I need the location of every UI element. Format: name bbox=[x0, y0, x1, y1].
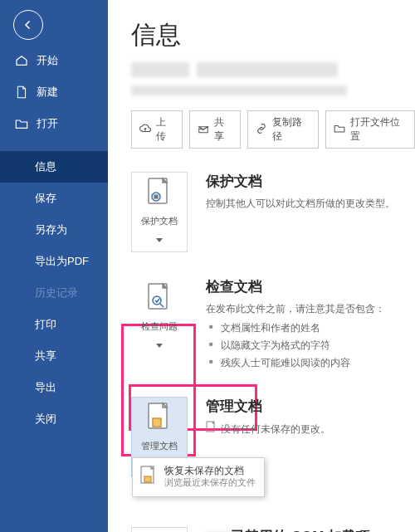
sidebar-item-label: 历史记录 bbox=[35, 286, 78, 300]
upload-button[interactable]: 上传 bbox=[131, 110, 183, 149]
manage-heading: 管理文档 bbox=[206, 397, 330, 416]
sidebar-item-share[interactable]: 共享 bbox=[0, 340, 108, 372]
com-addins-section: 管理 COM 加载项 已禁用的 COM 加载项 管理影响你的 Word 体验的 … bbox=[131, 527, 415, 532]
manage-com-addins-tile[interactable]: 管理 COM 加载项 bbox=[131, 527, 188, 532]
protect-heading: 保护文档 bbox=[206, 172, 395, 191]
sidebar-item-home[interactable]: 开始 bbox=[0, 45, 108, 76]
inspect-issues-tile[interactable]: 检查问题 bbox=[131, 277, 188, 372]
manage-section: 管理文档 恢复未保存的文档 浏览最近未保存的文件 管理文档 没有任何未保存的更改… bbox=[131, 397, 415, 477]
open-location-button[interactable]: 打开文件位置 bbox=[325, 110, 415, 149]
backstage-main: 信息 上传 共享 复制路径 打开文件位置 保护文档 bbox=[108, 0, 415, 532]
tile-label: 管理文档 bbox=[141, 441, 178, 451]
folder-open-icon bbox=[334, 124, 345, 136]
inspect-icon bbox=[142, 281, 177, 316]
chevron-down-icon bbox=[156, 337, 163, 352]
svg-rect-8 bbox=[144, 476, 151, 482]
sidebar-item-info[interactable]: 信息 bbox=[0, 151, 108, 183]
sidebar-item-history: 历史记录 bbox=[0, 277, 108, 309]
inspect-section: 检查问题 检查文档 在发布此文件之前，请注意其是否包含： 文档属性和作者的姓名 … bbox=[131, 277, 415, 372]
sidebar-item-open[interactable]: 打开 bbox=[0, 108, 108, 139]
backstage-sidebar: 开始 新建 打开 信息 保存 另存为 导出为PDF 历史记录 打印 共享 导出 … bbox=[0, 0, 108, 532]
sidebar-item-label: 开始 bbox=[37, 53, 58, 68]
sidebar-item-label: 打印 bbox=[35, 317, 56, 332]
protect-icon bbox=[142, 176, 177, 211]
sidebar-item-close[interactable]: 关闭 bbox=[0, 403, 108, 435]
doc-filename bbox=[131, 62, 415, 81]
svg-rect-2 bbox=[154, 195, 158, 198]
new-doc-icon bbox=[15, 85, 28, 99]
link-icon bbox=[256, 124, 267, 136]
tile-label: 检查问题 bbox=[141, 321, 178, 332]
sidebar-item-export[interactable]: 导出 bbox=[0, 372, 108, 403]
doc-path bbox=[131, 84, 415, 97]
inspect-item: 文档属性和作者的姓名 bbox=[209, 320, 385, 337]
sidebar-item-saveas[interactable]: 另存为 bbox=[0, 214, 108, 246]
inspect-heading: 检查文档 bbox=[206, 277, 385, 296]
chevron-down-icon bbox=[156, 232, 163, 246]
page-title: 信息 bbox=[131, 18, 415, 52]
cloud-upload-icon bbox=[139, 124, 151, 136]
document-icon bbox=[206, 421, 216, 437]
protect-section: 保护文档 保护文档 控制其他人可以对此文档所做的更改类型。 bbox=[131, 172, 415, 252]
manage-doc-icon bbox=[142, 401, 177, 436]
sidebar-item-label: 新建 bbox=[37, 85, 58, 100]
inspect-item: 残疾人士可能难以阅读的内容 bbox=[209, 354, 385, 372]
sidebar-item-label: 打开 bbox=[37, 116, 58, 131]
sidebar-item-label: 导出为PDF bbox=[35, 254, 89, 269]
manage-desc: 没有任何未保存的更改。 bbox=[221, 422, 330, 437]
sidebar-item-save[interactable]: 保存 bbox=[0, 183, 108, 214]
share-button[interactable]: 共享 bbox=[189, 110, 241, 149]
open-folder-icon bbox=[15, 117, 28, 130]
sidebar-item-label: 关闭 bbox=[35, 412, 56, 427]
sidebar-item-new[interactable]: 新建 bbox=[0, 76, 108, 108]
sidebar-item-label: 保存 bbox=[35, 191, 56, 206]
sidebar-item-label: 导出 bbox=[35, 380, 56, 395]
sidebar-item-exportpdf[interactable]: 导出为PDF bbox=[0, 246, 108, 277]
inspect-item: 以隐藏文字为格式的字符 bbox=[209, 337, 385, 354]
share-icon bbox=[198, 124, 209, 136]
svg-point-4 bbox=[153, 296, 161, 305]
protect-document-tile[interactable]: 保护文档 bbox=[131, 172, 188, 252]
com-heading: 已禁用的 COM 加载项 bbox=[206, 527, 393, 532]
svg-rect-6 bbox=[153, 418, 161, 427]
manage-document-tile[interactable]: 管理文档 恢复未保存的文档 浏览最近未保存的文件 bbox=[131, 397, 188, 477]
tile-label: 保护文档 bbox=[141, 216, 178, 227]
dropdown-sub: 浏览最近未保存的文件 bbox=[164, 477, 256, 488]
recover-doc-icon bbox=[139, 465, 158, 490]
sidebar-item-label: 共享 bbox=[35, 349, 56, 364]
sidebar-item-print[interactable]: 打印 bbox=[0, 309, 108, 340]
home-icon bbox=[15, 54, 28, 67]
manage-document-dropdown: 恢复未保存的文档 浏览最近未保存的文件 bbox=[132, 457, 265, 497]
sidebar-item-label: 另存为 bbox=[35, 222, 67, 237]
protect-desc: 控制其他人可以对此文档所做的更改类型。 bbox=[206, 196, 395, 211]
inspect-lead: 在发布此文件之前，请注意其是否包含： bbox=[206, 301, 385, 316]
copy-path-button[interactable]: 复制路径 bbox=[247, 110, 318, 149]
dropdown-title: 恢复未保存的文档 bbox=[164, 465, 256, 477]
sidebar-item-label: 信息 bbox=[35, 159, 56, 174]
action-bar: 上传 共享 复制路径 打开文件位置 bbox=[131, 110, 415, 149]
recover-unsaved-item[interactable]: 恢复未保存的文档 浏览最近未保存的文件 bbox=[133, 461, 264, 493]
back-button[interactable] bbox=[13, 10, 43, 40]
